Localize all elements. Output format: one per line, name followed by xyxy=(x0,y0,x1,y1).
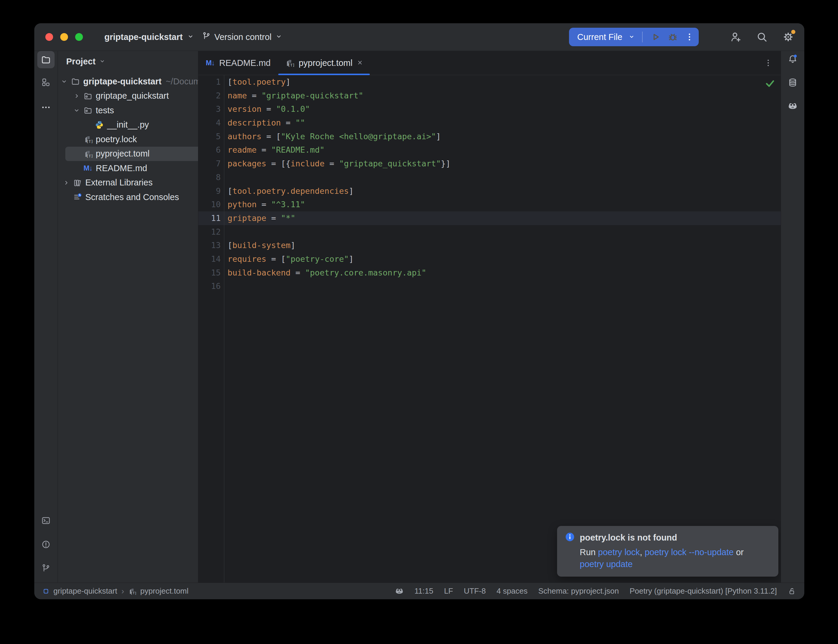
ide-window: griptape-quickstart Version control Curr… xyxy=(34,23,804,599)
chevron-down-icon[interactable] xyxy=(61,78,71,85)
notification-link[interactable]: poetry update xyxy=(580,559,633,569)
chevron-right-icon: › xyxy=(122,586,124,596)
python-file-icon xyxy=(95,120,104,130)
code-line: build-backend = "poetry.core.masonry.api… xyxy=(228,266,781,280)
code-line: [tool.poetry] xyxy=(228,75,781,89)
tab-label: pyproject.toml xyxy=(299,58,353,68)
more-actions-kebab-icon[interactable] xyxy=(684,32,695,42)
tree-item-init-py[interactable]: __init__.py xyxy=(58,118,198,132)
git-tool-window-icon[interactable] xyxy=(41,564,51,573)
code-line: [tool.poetry.dependencies] xyxy=(228,184,781,198)
notification-link[interactable]: poetry lock --no-update xyxy=(645,547,734,557)
tree-item-path: ~/Docume xyxy=(166,77,198,87)
markdown-file-icon: M↓ xyxy=(83,163,93,173)
zoom-window-button[interactable] xyxy=(75,33,83,41)
editor-gutter[interactable]: 12345678910111213141516 xyxy=(198,75,224,583)
indent-widget[interactable]: 4 spaces xyxy=(496,586,527,596)
code-line: packages = [{include = "griptape_quickst… xyxy=(228,157,781,171)
line-number: 9 xyxy=(198,184,224,198)
package-folder-icon xyxy=(83,105,93,115)
breadcrumb-project[interactable]: griptape-quickstart xyxy=(53,586,117,596)
code-line xyxy=(228,225,781,239)
editor-options-kebab-icon[interactable] xyxy=(764,58,773,68)
add-user-icon[interactable] xyxy=(730,31,742,43)
code-line: python = "^3.11" xyxy=(228,198,781,211)
project-switcher-label: griptape-quickstart xyxy=(104,32,183,42)
terminal-tool-window-icon[interactable] xyxy=(41,516,51,525)
line-number: 14 xyxy=(198,252,224,266)
vcs-widget-label: Version control xyxy=(214,32,272,42)
notification-balloon[interactable]: poetry.lock is not found Run poetry lock… xyxy=(557,526,778,577)
tree-item-readme-md[interactable]: M↓ README.md xyxy=(58,161,198,176)
chevron-right-icon[interactable] xyxy=(73,92,83,100)
structure-tool-window-icon[interactable] xyxy=(41,78,50,87)
tab-readme-md[interactable]: M↓ README.md xyxy=(198,51,278,75)
tree-item-scratches-and-consoles[interactable]: Scratches and Consoles xyxy=(58,190,198,205)
project-panel-header[interactable]: Project xyxy=(58,51,198,72)
settings-gear-icon[interactable] xyxy=(782,31,794,43)
cursor-position-widget[interactable]: 11:15 xyxy=(414,586,433,596)
database-tool-window-icon[interactable] xyxy=(788,78,797,87)
inspections-ok-check-icon[interactable] xyxy=(765,78,776,90)
copilot-icon[interactable] xyxy=(395,587,404,596)
interpreter-widget[interactable]: Poetry (griptape-quickstart) [Python 3.1… xyxy=(629,586,777,596)
markdown-file-icon: M↓ xyxy=(205,58,215,68)
close-window-button[interactable] xyxy=(45,33,53,41)
tree-item-griptape-quickstart-package[interactable]: griptape_quickstart xyxy=(58,89,198,104)
main-content: Project griptape-quickstart ~/Docume gri… xyxy=(34,51,804,583)
statusbar-widgets: 11:15 LF UTF-8 4 spaces Schema: pyprojec… xyxy=(395,586,796,596)
project-switcher[interactable]: griptape-quickstart xyxy=(104,32,194,42)
run-widget-divider xyxy=(642,31,642,42)
project-panel: Project griptape-quickstart ~/Docume gri… xyxy=(58,51,198,583)
problems-tool-window-icon[interactable] xyxy=(41,540,51,549)
line-number: 16 xyxy=(198,279,224,293)
tree-item-label: __init__.py xyxy=(107,120,149,130)
code-line: griptape = "*" xyxy=(228,211,781,225)
more-tool-windows-icon[interactable] xyxy=(41,102,51,112)
tree-item-tests[interactable]: tests xyxy=(58,103,198,118)
ai-assistant-icon[interactable] xyxy=(788,101,798,111)
close-tab-icon[interactable] xyxy=(357,58,363,68)
libraries-icon xyxy=(73,178,82,187)
tree-item-pyproject-toml[interactable]: [T] pyproject.toml xyxy=(65,147,198,161)
schema-widget[interactable]: Schema: pyproject.json xyxy=(538,586,619,596)
tree-item-label: tests xyxy=(96,105,114,115)
notification-link[interactable]: poetry lock xyxy=(598,547,640,557)
project-icon xyxy=(43,588,49,595)
vcs-widget[interactable]: Version control xyxy=(202,31,283,43)
code-line: authors = ["Kyle Roche <hello@griptape.a… xyxy=(228,130,781,143)
editor-surface[interactable]: 12345678910111213141516 [tool.poetry]nam… xyxy=(198,75,781,583)
svg-text:[T]: [T] xyxy=(86,139,92,144)
project-tool-window-button[interactable] xyxy=(37,51,54,68)
line-number: 6 xyxy=(198,143,224,157)
unlock-icon[interactable] xyxy=(788,587,796,595)
code-line: [build-system] xyxy=(228,238,781,252)
chevron-down-icon[interactable] xyxy=(73,107,83,114)
run-widget: Current File xyxy=(569,28,699,46)
line-number: 1 xyxy=(198,75,224,89)
svg-text:[T]: [T] xyxy=(86,154,92,158)
minimize-window-button[interactable] xyxy=(60,33,68,41)
tree-item-label: griptape_quickstart xyxy=(96,91,169,101)
tree-item-project-root[interactable]: griptape-quickstart ~/Docume xyxy=(58,74,198,89)
chevron-down-icon xyxy=(187,32,194,42)
code-line: readme = "README.md" xyxy=(228,143,781,157)
toml-file-icon: [T] xyxy=(128,587,136,595)
tree-item-poetry-lock[interactable]: [T] poetry.lock xyxy=(58,132,198,147)
tab-pyproject-toml[interactable]: [T] pyproject.toml xyxy=(278,51,370,75)
chevron-right-icon[interactable] xyxy=(62,179,73,186)
encoding-widget[interactable]: UTF-8 xyxy=(464,586,486,596)
code-line xyxy=(228,171,781,184)
run-button[interactable] xyxy=(650,31,661,43)
search-icon[interactable] xyxy=(756,31,768,43)
run-configuration-selector[interactable]: Current File xyxy=(577,32,623,42)
breadcrumb-file[interactable]: pyproject.toml xyxy=(140,586,189,596)
editor-code[interactable]: [tool.poetry]name = "griptape-quickstart… xyxy=(224,75,781,583)
notifications-bell-icon[interactable] xyxy=(788,54,798,64)
line-separator-widget[interactable]: LF xyxy=(444,586,453,596)
debug-button[interactable] xyxy=(667,31,679,43)
svg-text:[T]: [T] xyxy=(131,591,136,595)
tree-item-external-libraries[interactable]: External Libraries xyxy=(58,176,198,190)
toml-file-icon: [T] xyxy=(83,149,93,159)
tab-label: README.md xyxy=(219,58,271,68)
